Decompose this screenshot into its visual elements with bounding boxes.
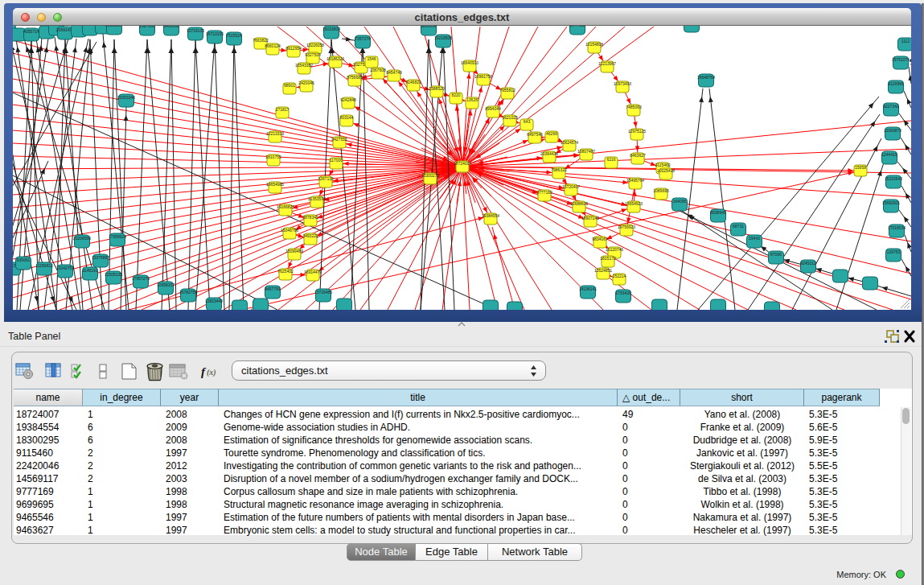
svg-text:13654923: 13654923 <box>625 201 643 206</box>
svg-text:5878342: 5878342 <box>302 215 318 220</box>
svg-text:7485063: 7485063 <box>626 105 642 109</box>
svg-text:17957275: 17957275 <box>132 276 150 281</box>
svg-text:1733426: 1733426 <box>615 290 631 295</box>
svg-text:10025438: 10025438 <box>657 168 675 173</box>
svg-text:18724007: 18724007 <box>454 161 471 166</box>
svg-text:16782759: 16782759 <box>179 290 197 295</box>
svg-text:803144: 803144 <box>340 115 354 120</box>
svg-text:8660124: 8660124 <box>265 43 281 48</box>
svg-text:10958157: 10958157 <box>157 282 175 287</box>
svg-text:9242848: 9242848 <box>340 97 356 102</box>
svg-text:9427552: 9427552 <box>331 137 347 142</box>
svg-text:7663822: 7663822 <box>253 38 269 43</box>
svg-text:19166825: 19166825 <box>277 204 294 209</box>
svg-text:9457791: 9457791 <box>265 286 281 291</box>
svg-text:16210643: 16210643 <box>885 176 902 181</box>
svg-text:10807487: 10807487 <box>577 149 595 154</box>
svg-text:126753: 126753 <box>887 249 901 254</box>
svg-text:98901: 98901 <box>284 83 295 88</box>
svg-text:2047682: 2047682 <box>569 26 585 27</box>
svg-text:15046766: 15046766 <box>281 228 298 233</box>
svg-text:12213967: 12213967 <box>598 61 616 66</box>
svg-text:1588520: 1588520 <box>429 86 445 91</box>
svg-text:16961758: 16961758 <box>474 74 492 79</box>
svg-text:14136141: 14136141 <box>579 286 597 291</box>
svg-text:13226058: 13226058 <box>306 43 324 47</box>
svg-text:18907249: 18907249 <box>581 216 599 220</box>
svg-text:20364436: 20364436 <box>540 151 558 156</box>
svg-text:8938945: 8938945 <box>710 210 726 215</box>
svg-text:15099489: 15099489 <box>285 249 303 253</box>
svg-text:8813054: 8813054 <box>421 26 437 28</box>
svg-text:8994044: 8994044 <box>485 106 501 111</box>
svg-text:7357274: 7357274 <box>355 36 371 41</box>
svg-text:19375887: 19375887 <box>92 255 109 260</box>
svg-text:252214: 252214 <box>613 274 626 278</box>
svg-text:12823448: 12823448 <box>205 299 223 303</box>
svg-text:8454749: 8454749 <box>386 70 402 75</box>
svg-text:12213319: 12213319 <box>266 131 284 136</box>
svg-text:11353594: 11353594 <box>308 196 326 201</box>
svg-text:8756685: 8756685 <box>347 75 363 80</box>
svg-text:3267130: 3267130 <box>318 176 334 181</box>
svg-text:7986322: 7986322 <box>551 167 567 172</box>
svg-text:9146821: 9146821 <box>405 80 421 84</box>
svg-text:1621025: 1621025 <box>502 115 518 120</box>
svg-text:10973493: 10973493 <box>614 81 631 86</box>
svg-text:12505135: 12505135 <box>105 272 122 277</box>
svg-text:10653267: 10653267 <box>105 26 123 27</box>
svg-text:16914479: 16914479 <box>304 270 322 274</box>
svg-text:10719135: 10719135 <box>187 28 204 33</box>
svg-text:9245012: 9245012 <box>800 261 816 266</box>
svg-text:16543382: 16543382 <box>295 63 313 68</box>
svg-text:19756923: 19756923 <box>618 225 635 229</box>
svg-text:9227342: 9227342 <box>883 104 899 109</box>
svg-text:7955812: 7955812 <box>499 88 515 93</box>
svg-text:16120746: 16120746 <box>606 247 623 252</box>
svg-text:7625402: 7625402 <box>277 269 294 274</box>
svg-text:1112: 1112 <box>901 39 910 43</box>
svg-text:7515524: 7515524 <box>226 33 242 38</box>
svg-text:15958: 15958 <box>855 165 866 170</box>
svg-text:643: 643 <box>524 119 531 124</box>
svg-text:2367608: 2367608 <box>370 68 386 72</box>
svg-text:19384554: 19384554 <box>482 213 499 218</box>
svg-text:16640910: 16640910 <box>461 60 478 65</box>
svg-text:(x): (x) <box>207 368 216 377</box>
svg-text:17016534: 17016534 <box>888 225 906 230</box>
svg-text:9834067: 9834067 <box>592 237 608 241</box>
svg-text:1089695: 1089695 <box>653 188 669 193</box>
svg-text:13626: 13626 <box>466 97 478 102</box>
svg-text:15692901: 15692901 <box>882 200 900 205</box>
svg-text:1244415: 1244415 <box>881 152 897 157</box>
svg-text:6497546: 6497546 <box>527 132 543 137</box>
svg-text:12093873: 12093873 <box>884 128 901 133</box>
svg-text:68731: 68731 <box>733 224 744 229</box>
svg-text:6463627: 6463627 <box>630 153 646 158</box>
svg-text:8912954: 8912954 <box>285 46 302 51</box>
svg-text:19443: 19443 <box>749 236 760 241</box>
svg-text:87066: 87066 <box>770 252 782 257</box>
svg-text:9115460: 9115460 <box>655 163 670 167</box>
svg-text:13720407: 13720407 <box>562 184 580 189</box>
svg-text:11156813: 11156813 <box>35 263 53 268</box>
svg-text:13524851: 13524851 <box>594 268 612 273</box>
svg-text:16713155: 16713155 <box>206 31 224 36</box>
svg-text:1527602: 1527602 <box>139 26 155 28</box>
svg-text:18186323: 18186323 <box>326 56 344 61</box>
svg-text:15495764: 15495764 <box>626 178 644 183</box>
svg-text:10688609: 10688609 <box>570 201 588 206</box>
svg-text:271817: 271817 <box>276 107 290 112</box>
svg-text:19218506: 19218506 <box>434 35 452 40</box>
svg-text:f: f <box>201 365 207 378</box>
svg-text:164095: 164095 <box>673 199 687 204</box>
svg-text:1810755: 1810755 <box>265 154 281 159</box>
svg-text:2420046: 2420046 <box>298 80 314 85</box>
svg-text:46266: 46266 <box>546 131 557 136</box>
svg-text:20053346: 20053346 <box>117 95 135 100</box>
svg-text:6216: 6216 <box>606 157 615 162</box>
svg-text:9777169: 9777169 <box>536 190 552 195</box>
svg-text:8220: 8220 <box>451 93 460 97</box>
svg-text:15300273: 15300273 <box>421 173 439 178</box>
svg-text:20206556: 20206556 <box>73 236 91 241</box>
